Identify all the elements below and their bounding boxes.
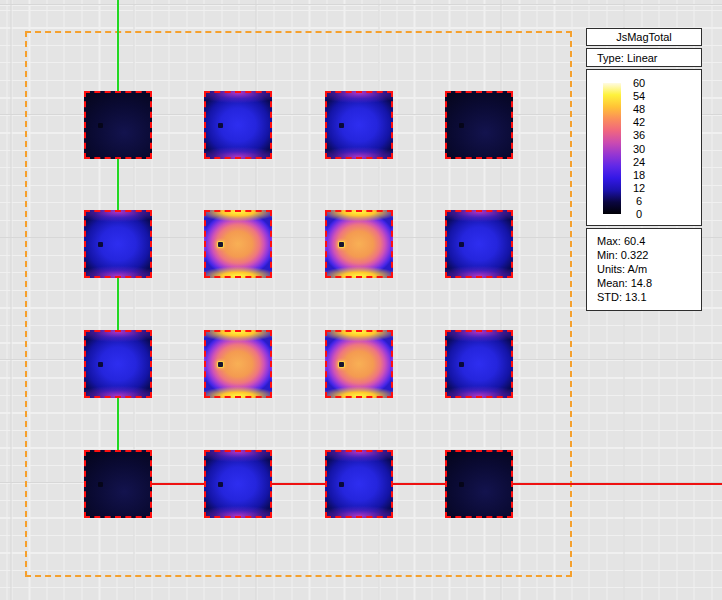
colorbar-tick-label: 48: [625, 104, 653, 115]
feed-point-marker: [218, 362, 223, 367]
model-viewport[interactable]: JsMagTotal Type: Linear 6054484236302418…: [0, 0, 722, 600]
colorbar-tick-label: 30: [625, 143, 653, 154]
patch-r1c1[interactable]: [84, 91, 152, 159]
legend-colorbar-box: 60544842363024181260: [586, 69, 702, 226]
legend-stat-line: Min: 0.322: [597, 248, 697, 262]
patch-r4c2[interactable]: [204, 450, 272, 518]
legend-stat-line: Max: 60.4: [597, 234, 697, 248]
feed-point-marker: [459, 242, 464, 247]
feed-point-marker: [218, 123, 223, 128]
legend-scale-type: Type: Linear: [586, 48, 702, 67]
colorbar-tick-label: 42: [625, 117, 653, 128]
patch-r1c3[interactable]: [325, 91, 393, 159]
feed-point-marker: [339, 123, 344, 128]
colorbar-tick-label: 24: [625, 156, 653, 167]
legend-title: JsMagTotal: [586, 28, 702, 46]
patch-r2c1[interactable]: [84, 210, 152, 278]
colorbar-tick-label: 36: [625, 130, 653, 141]
feed-point-marker: [98, 242, 103, 247]
legend-stats-box: Max: 60.4Min: 0.322Units: A/mMean: 14.8S…: [586, 228, 702, 311]
colorbar-tick-label: 54: [625, 91, 653, 102]
patch-r1c2[interactable]: [204, 91, 272, 159]
patch-r2c2[interactable]: [204, 210, 272, 278]
feed-point-marker: [98, 362, 103, 367]
patch-r3c4[interactable]: [445, 330, 513, 398]
colorbar-tick-label: 18: [625, 169, 653, 180]
colorbar-tick-label: 6: [625, 195, 653, 206]
colorbar-tick-labels: 60544842363024181260: [625, 83, 653, 214]
field-legend: JsMagTotal Type: Linear 6054484236302418…: [586, 28, 702, 313]
feed-point-marker: [98, 482, 103, 487]
patch-r4c1[interactable]: [84, 450, 152, 518]
patch-r4c4[interactable]: [445, 450, 513, 518]
colorbar-tick-label: 60: [625, 78, 653, 89]
feed-point-marker: [459, 362, 464, 367]
feed-point-marker: [339, 362, 344, 367]
colorbar-gradient: [603, 83, 621, 214]
legend-stat-line: Units: A/m: [597, 262, 697, 276]
feed-point-marker: [459, 482, 464, 487]
patch-r2c3[interactable]: [325, 210, 393, 278]
feed-point-marker: [339, 482, 344, 487]
feed-point-marker: [339, 242, 344, 247]
legend-stat-line: Mean: 14.8: [597, 276, 697, 290]
feed-point-marker: [218, 482, 223, 487]
colorbar-tick-label: 12: [625, 182, 653, 193]
patch-r2c4[interactable]: [445, 210, 513, 278]
feed-point-marker: [218, 242, 223, 247]
colorbar-tick-label: 0: [625, 209, 653, 220]
feed-point-marker: [459, 123, 464, 128]
patch-r1c4[interactable]: [445, 91, 513, 159]
feed-point-marker: [98, 123, 103, 128]
patch-r3c3[interactable]: [325, 330, 393, 398]
legend-stat-line: STD: 13.1: [597, 290, 697, 304]
patch-r3c1[interactable]: [84, 330, 152, 398]
patch-r4c3[interactable]: [325, 450, 393, 518]
patch-r3c2[interactable]: [204, 330, 272, 398]
